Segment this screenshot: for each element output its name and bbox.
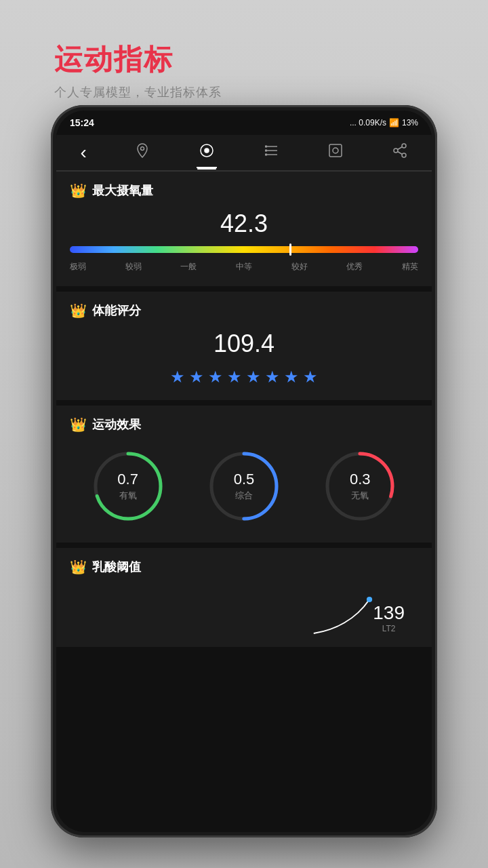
nav-bar: ‹ [56,135,432,172]
level-极弱: 极弱 [70,261,86,273]
lactate-section: 👑 乳酸阈值 139 LT2 [56,548,432,647]
exercise-section: 👑 运动效果 0.7 有氧 [56,406,432,542]
nav-circle[interactable] [199,142,215,163]
circle-anaerobic: 0.3 无氧 [323,449,397,524]
level-中等: 中等 [236,261,252,273]
lactate-label: 乳酸阈值 [92,559,141,575]
wifi-icon: 📶 [389,118,399,127]
aerobic-name: 有氧 [117,490,138,502]
fitness-title-row: 👑 体能评分 [70,302,418,319]
crown-icon-vo2max: 👑 [70,182,87,199]
fitness-section: 👑 体能评分 109.4 ★ ★ ★ ★ ★ ★ ★ ★ [56,292,432,400]
star-4: ★ [227,368,242,387]
lactate-value-container: 139 LT2 [373,602,405,633]
vo2max-value: 42.3 [70,210,418,238]
level-labels: 极弱 较弱 一般 中等 较好 优秀 精英 [70,261,418,273]
level-一般: 一般 [180,261,197,273]
combined-name: 综合 [234,490,255,502]
circle-combined: 0.5 综合 [207,449,281,524]
star-6: ★ [265,368,280,387]
stars-row: ★ ★ ★ ★ ★ ★ ★ ★ [70,368,418,387]
combined-value: 0.5 [234,471,255,488]
svg-point-12 [394,149,398,153]
page-subtitle: 个人专属模型，专业指标体系 [54,84,222,100]
svg-point-10 [333,148,338,153]
effect-row: 0.7 有氧 0.5 [70,443,418,529]
nav-search[interactable] [327,142,344,163]
aerobic-value: 0.7 [117,471,138,488]
page-title: 运动指标 [54,41,222,79]
svg-point-0 [141,147,144,151]
crown-icon-lactate: 👑 [70,559,87,575]
fitness-label: 体能评分 [92,302,141,319]
crown-icon-exercise: 👑 [70,416,87,433]
vo2max-title-row: 👑 最大摄氧量 [70,182,418,199]
status-time: 15:24 [70,117,94,128]
nav-list[interactable] [263,142,279,163]
status-bar: 15:24 ... 0.09K/s 📶 13% [56,111,432,135]
title-area: 运动指标 个人专属模型，专业指标体系 [54,41,222,100]
level-精英: 精英 [402,261,418,273]
level-较弱: 较弱 [125,261,142,273]
exercise-title-row: 👑 运动效果 [70,416,418,433]
circle-inner-aerobic: 0.7 有氧 [117,471,138,502]
star-7: ★ [284,368,299,387]
effect-aerobic: 0.7 有氧 [91,449,165,524]
circle-aerobic: 0.7 有氧 [91,449,165,524]
anaerobic-value: 0.3 [350,471,371,488]
svg-point-2 [205,149,209,153]
level-优秀: 优秀 [346,261,363,273]
exercise-label: 运动效果 [92,416,141,433]
star-3: ★ [208,368,223,387]
phone-inner: 15:24 ... 0.09K/s 📶 13% ‹ [56,111,432,832]
anaerobic-name: 无氧 [350,490,371,502]
circle-inner-combined: 0.5 综合 [234,471,255,502]
level-较好: 较好 [291,261,308,273]
circle-inner-anaerobic: 0.3 无氧 [350,471,371,502]
lactate-lt-label: LT2 [373,624,405,633]
vo2max-label: 最大摄氧量 [92,182,153,199]
rainbow-marker [289,243,291,256]
lactate-chart: 139 LT2 [70,586,418,640]
lactate-number: 139 [373,602,405,624]
phone-frame: 15:24 ... 0.09K/s 📶 13% ‹ [51,105,437,837]
rainbow-bar [70,246,418,253]
nav-back[interactable]: ‹ [80,142,86,163]
svg-point-22 [367,597,372,602]
svg-line-14 [397,152,402,155]
scroll-content[interactable]: 👑 最大摄氧量 42.3 极弱 较弱 一般 中等 较好 优秀 精英 [56,172,432,832]
svg-line-15 [397,147,402,150]
nav-share[interactable] [392,142,408,163]
lactate-title-row: 👑 乳酸阈值 [70,559,418,575]
svg-point-11 [402,144,406,148]
status-right: ... 0.09K/s 📶 13% [350,118,418,127]
star-8: ★ [303,368,318,387]
svg-point-13 [402,153,406,157]
star-2: ★ [189,368,204,387]
svg-rect-9 [329,144,342,157]
battery-text: 13% [402,118,418,127]
fitness-score-value: 109.4 [70,330,418,358]
lactate-curve-svg [70,586,418,640]
crown-icon-fitness: 👑 [70,302,87,319]
effect-combined: 0.5 综合 [207,449,281,524]
effect-anaerobic: 0.3 无氧 [323,449,397,524]
nav-map[interactable] [134,142,150,163]
star-1: ★ [170,368,185,387]
star-5: ★ [246,368,261,387]
vo2max-section: 👑 最大摄氧量 42.3 极弱 较弱 一般 中等 较好 优秀 精英 [56,172,432,286]
signal-text: ... 0.09K/s [350,118,386,127]
